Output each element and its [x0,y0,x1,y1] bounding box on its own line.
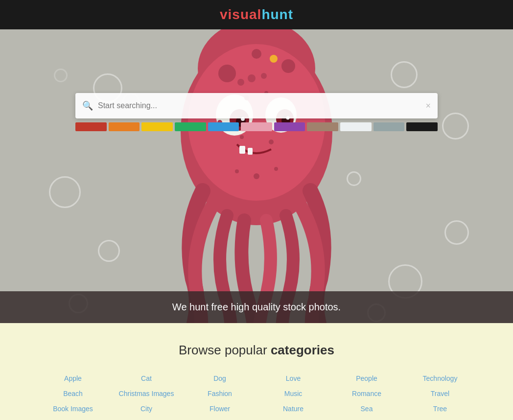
yellow-swatch[interactable] [141,122,173,131]
svg-point-14 [281,59,295,73]
search-icon: 🔍 [82,100,93,111]
category-link[interactable]: People [356,373,377,385]
category-link[interactable]: Music [284,388,303,400]
deco-circle [54,69,68,82]
category-link[interactable]: Christmas Images [119,388,174,400]
category-column-4: PeopleRomanceSeaSkySnow [330,373,403,420]
svg-point-23 [235,169,239,173]
category-link[interactable]: Technology [423,373,458,385]
category-column-2: DogFashionFlowerFood ImagesHappy [183,373,256,420]
category-column-1: CatChristmas ImagesCityCoffee ImagesComp… [110,373,183,420]
category-link[interactable]: Nature [283,403,303,415]
svg-point-25 [248,74,256,82]
category-link[interactable]: Food Images [200,419,240,420]
hero-illustration [154,29,359,323]
category-column-0: AppleBeachBook ImagesBusinessCar [36,373,110,420]
deco-circle [391,61,418,88]
search-bar: 🔍 × [75,93,438,118]
brown-swatch[interactable] [307,122,338,131]
orange-swatch[interactable] [109,122,140,131]
pink-swatch[interactable] [241,122,272,131]
hero-section: 🔍 × We hunt free high quality stock phot… [0,29,513,323]
logo[interactable]: visualhunt [220,7,293,23]
search-clear-button[interactable]: × [425,101,431,111]
svg-point-22 [254,173,259,179]
category-link[interactable]: Cat [141,373,152,385]
svg-rect-11 [239,146,245,154]
svg-point-28 [270,55,278,63]
svg-point-27 [237,79,244,86]
category-link[interactable]: Sky [361,419,372,420]
red-swatch[interactable] [75,122,107,131]
logo-hunt: hunt [261,7,293,22]
category-link[interactable]: Business [59,419,87,420]
svg-point-26 [261,73,267,79]
category-link[interactable]: Love [286,373,301,385]
logo-visual: visual [220,7,261,22]
svg-point-18 [240,135,244,139]
deco-circle [98,240,120,262]
site-header: visualhunt [0,0,513,29]
category-link[interactable]: Romance [352,388,381,400]
category-link[interactable]: Dog [213,373,226,385]
svg-point-13 [218,65,236,82]
purple-swatch[interactable] [274,122,305,131]
black-swatch[interactable] [406,122,438,131]
blue-swatch[interactable] [208,122,239,131]
category-link[interactable]: Flower [210,403,230,415]
tagline-banner: We hunt free high quality stock photos. [0,291,513,323]
deco-circle [49,176,81,208]
search-overlay: 🔍 × [75,93,438,131]
svg-rect-12 [248,148,253,155]
category-column-5: TechnologyTravelTreeWomenWork [403,373,477,420]
category-link[interactable]: Travel [431,388,449,400]
white-swatch[interactable] [340,122,372,131]
categories-grid: AppleBeachBook ImagesBusinessCarCatChris… [36,373,477,420]
category-link[interactable]: Beach [63,388,83,400]
tagline-text: We hunt free high quality stock photos. [172,302,341,313]
green-swatch[interactable] [175,122,206,131]
svg-point-24 [274,167,278,171]
categories-section: Browse popular categories AppleBeachBook… [0,323,513,420]
category-link[interactable]: City [140,403,152,415]
category-link[interactable]: Book Images [53,403,93,415]
category-link[interactable]: Tree [433,403,447,415]
category-link[interactable]: Sea [361,403,373,415]
categories-title: Browse popular categories [29,343,484,358]
category-link[interactable]: Office [284,419,302,420]
category-link[interactable]: Women [428,419,452,420]
deco-circle [444,220,469,245]
category-link[interactable]: Apple [64,373,82,385]
category-link[interactable]: Coffee Images [124,419,169,420]
search-input[interactable] [98,101,425,110]
svg-point-19 [269,140,274,144]
category-column-3: LoveMusicNatureOfficeParty Images [256,373,330,420]
svg-point-15 [252,49,261,59]
category-link[interactable]: Fashion [208,388,232,400]
gray-swatch[interactable] [373,122,405,131]
color-swatches [75,122,438,131]
deco-circle [442,113,469,140]
